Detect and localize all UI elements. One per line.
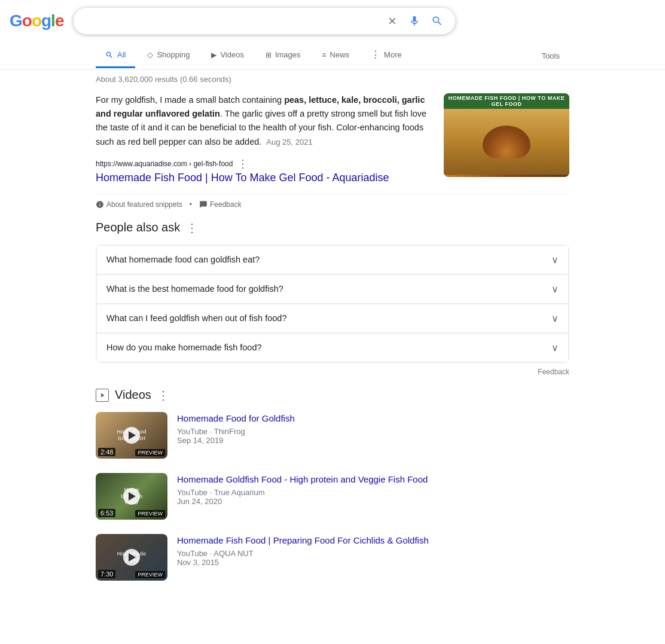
info-icon: [96, 200, 104, 209]
chevron-down-icon-4: ∨: [551, 342, 559, 353]
results-count: About 3,620,000 results (0.66 seconds): [96, 70, 569, 93]
voice-search-button[interactable]: [406, 13, 423, 29]
snippet-image-label: HOMEMADE FISH FOOD | HOW TO MAKE GEL FOO…: [444, 93, 569, 109]
more-icon: ⋮: [371, 49, 380, 60]
paa-more-options[interactable]: ⋮: [186, 221, 198, 235]
all-icon: [105, 51, 114, 59]
search-input[interactable]: homemade fish food for goldfish: [83, 16, 380, 26]
chevron-down-icon-2: ∨: [551, 283, 559, 295]
main-content: About 3,620,000 results (0.66 seconds) F…: [0, 70, 665, 581]
images-icon: ⊞: [266, 51, 272, 59]
source-url: https://www.aquariadise.com › gel-fish-f…: [96, 158, 432, 169]
paa-question-3: What can I feed goldfish when out of fis…: [106, 313, 286, 323]
nav-tabs: All ◇ Shopping ▶ Videos ⊞ Images ≡ News …: [0, 42, 665, 70]
video-title-1[interactable]: Homemade Food for Goldfish: [177, 413, 295, 423]
result-title-link[interactable]: Homemade Fish Food | How To Make Gel Foo…: [96, 172, 389, 184]
videos-tab-icon: ▶: [211, 51, 216, 59]
tab-all[interactable]: All: [96, 43, 135, 68]
tab-videos[interactable]: ▶ Videos: [202, 43, 254, 68]
videos-more-options[interactable]: ⋮: [157, 388, 169, 402]
preview-badge-1: PREVIEW: [135, 449, 165, 456]
video-title-3[interactable]: Homemade Fish Food | Preparing Food For …: [177, 535, 429, 545]
tab-shopping[interactable]: ◇ Shopping: [138, 43, 199, 68]
video-meta-2: YouTube · True Aquarium: [177, 488, 569, 497]
chevron-down-icon-1: ∨: [551, 254, 559, 265]
preview-badge-3: PREVIEW: [135, 571, 165, 578]
tab-images[interactable]: ⊞ Images: [256, 43, 310, 68]
snippet-text-before: For my goldfish, I made a small batch co…: [96, 95, 284, 105]
search-icons: [385, 13, 446, 29]
paa-header: People also ask ⋮: [96, 221, 569, 235]
paa-items-wrapper: What homemade food can goldfish eat? ∨ W…: [96, 245, 569, 363]
paa-item-4[interactable]: How do you make homemade fish food? ∨: [96, 333, 569, 362]
chevron-down-icon-3: ∨: [551, 313, 559, 324]
video-card-3: HomemadeFISH 7:30 PREVIEW Homemade Fish …: [96, 534, 569, 581]
play-button-1[interactable]: [123, 427, 140, 444]
search-submit-button[interactable]: [429, 13, 446, 29]
video-card-2: HomeGoldfishFood 6:53 PREVIEW Homemade G…: [96, 473, 569, 520]
video-thumb-1[interactable]: Home FoodGOLDFISH 2:48 PREVIEW: [96, 412, 167, 459]
paa-question-2: What is the best homemade food for goldf…: [106, 284, 283, 294]
snippet-image-box: HOMEMADE FISH FOOD | HOW TO MAKE GEL FOO…: [444, 93, 569, 184]
videos-section: Videos ⋮ Home FoodGOLDFISH 2:48 PREVIEW …: [96, 388, 569, 581]
video-title-2[interactable]: Homemade Goldfish Food - High protein an…: [177, 474, 428, 484]
video-duration-2: 6:53: [98, 509, 115, 517]
play-button-3[interactable]: [123, 549, 140, 566]
video-thumb-3[interactable]: HomemadeFISH 7:30 PREVIEW: [96, 534, 167, 581]
dot-separator: •: [190, 200, 192, 209]
snippet-image-pile: [444, 109, 569, 175]
video-date-1: Sep 14, 2019: [177, 436, 569, 445]
tools-button[interactable]: Tools: [532, 44, 569, 68]
paa-title: People also ask: [96, 221, 180, 234]
videos-header: Videos ⋮: [96, 388, 569, 402]
paa-feedback[interactable]: Feedback: [96, 368, 569, 376]
video-date-3: Nov 3, 2015: [177, 558, 569, 567]
video-card-1: Home FoodGOLDFISH 2:48 PREVIEW Homemade …: [96, 412, 569, 459]
snippet-date: Aug 25, 2021: [266, 138, 312, 146]
feedback-link[interactable]: Feedback: [199, 200, 242, 209]
header: Google homemade fish food for goldfish: [0, 0, 665, 42]
preview-badge-2: PREVIEW: [135, 510, 165, 517]
video-thumb-2[interactable]: HomeGoldfishFood 6:53 PREVIEW: [96, 473, 167, 520]
news-icon: ≡: [322, 51, 327, 59]
search-bar: homemade fish food for goldfish: [73, 7, 456, 35]
shopping-icon: ◇: [147, 50, 153, 59]
video-date-2: Jun 24, 2020: [177, 497, 569, 506]
snippet-image: HOMEMADE FISH FOOD | HOW TO MAKE GEL FOO…: [444, 93, 569, 177]
url-text: https://www.aquariadise.com › gel-fish-f…: [96, 160, 233, 168]
feedback-icon: [199, 200, 208, 209]
paa-question-1: What homemade food can goldfish eat?: [106, 255, 260, 264]
snippet-text-block: For my goldfish, I made a small batch co…: [96, 93, 432, 184]
about-snippets-link[interactable]: About featured snippets: [96, 200, 182, 209]
paa-question-4: How do you make homemade fish food?: [106, 343, 262, 352]
pile-shape: [483, 126, 530, 158]
video-duration-3: 7:30: [98, 570, 115, 578]
play-button-2[interactable]: [123, 488, 140, 505]
tab-more[interactable]: ⋮ More: [361, 42, 411, 69]
snippet-footer: About featured snippets • Feedback: [96, 194, 569, 209]
snippet-text: For my goldfish, I made a small batch co…: [96, 93, 432, 149]
video-info-2: Homemade Goldfish Food - High protein an…: [177, 473, 569, 520]
more-options-button[interactable]: ⋮: [237, 158, 248, 169]
featured-snippet: For my goldfish, I made a small batch co…: [96, 93, 569, 184]
video-duration-1: 2:48: [98, 448, 115, 456]
videos-title: Videos: [115, 388, 151, 402]
video-meta-3: YouTube · AQUA NUT: [177, 549, 569, 558]
paa-item-1[interactable]: What homemade food can goldfish eat? ∨: [96, 245, 569, 274]
google-logo[interactable]: Google: [10, 11, 63, 30]
people-also-ask-section: People also ask ⋮ What homemade food can…: [96, 221, 569, 376]
clear-button[interactable]: [385, 13, 400, 29]
videos-section-icon: [96, 389, 109, 402]
video-info-3: Homemade Fish Food | Preparing Food For …: [177, 534, 569, 581]
paa-item-2[interactable]: What is the best homemade food for goldf…: [96, 274, 569, 304]
video-meta-1: YouTube · ThinFrog: [177, 427, 569, 436]
video-info-1: Homemade Food for Goldfish YouTube · Thi…: [177, 412, 569, 459]
tab-news[interactable]: ≡ News: [313, 43, 359, 68]
paa-item-3[interactable]: What can I feed goldfish when out of fis…: [96, 304, 569, 333]
